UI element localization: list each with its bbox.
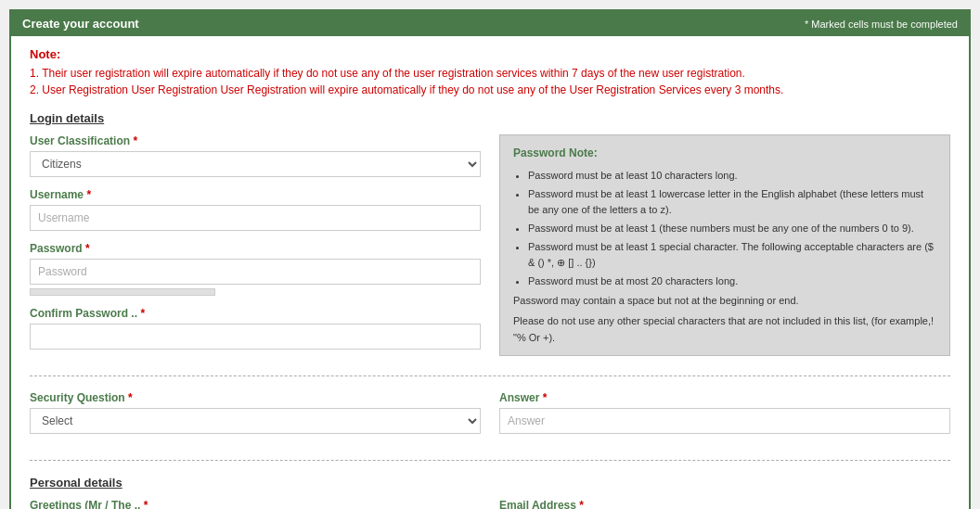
username-label: Username * [30, 188, 481, 201]
password-note-box: Password Note: Password must be at least… [499, 134, 950, 356]
password-note-extra-2: Please do not use any other special char… [513, 313, 936, 346]
personal-details-left: Greetings (Mr / The .. * Select Mr Mrs M… [30, 499, 481, 509]
security-row: Security Question * Select What is your … [30, 391, 950, 445]
user-classification-select[interactable]: Citizens Business Government [30, 151, 481, 177]
personal-details-title: Personal details [30, 476, 950, 490]
user-classification-label: User Classification * [30, 134, 481, 147]
security-question-select[interactable]: Select What is your mother's maiden name… [30, 408, 481, 434]
required-note: * Marked cells must be completed [805, 19, 958, 30]
note-line-1: 1. Their user registration will expire a… [30, 65, 950, 82]
login-details-row: User Classification * Citizens Business … [30, 134, 950, 361]
confirm-password-input[interactable] [30, 324, 481, 350]
email-group: Email Address * [499, 499, 950, 509]
login-details-left: User Classification * Citizens Business … [30, 134, 481, 361]
divider-1 [30, 375, 950, 376]
greetings-label: Greetings (Mr / The .. * [30, 499, 481, 509]
username-group: Username * [30, 188, 481, 231]
confirm-password-label: Confirm Password .. * [30, 307, 481, 320]
divider-2 [30, 460, 950, 461]
note-line-2: 2. User Registration User Registration U… [30, 82, 950, 98]
login-details-right: Password Note: Password must be at least… [499, 134, 950, 361]
user-classification-group: User Classification * Citizens Business … [30, 134, 481, 177]
password-label: Password * [30, 242, 481, 255]
security-left: Security Question * Select What is your … [30, 391, 481, 445]
username-input[interactable] [30, 205, 481, 231]
page-title: Create your account [22, 17, 139, 31]
password-note-item-5: Password must be at most 20 characters l… [528, 274, 936, 290]
personal-details-right: Email Address * [499, 499, 950, 509]
greetings-group: Greetings (Mr / The .. * Select Mr Mrs M… [30, 499, 481, 509]
password-note-item-1: Password must be at least 10 characters … [528, 168, 936, 185]
security-question-group: Security Question * Select What is your … [30, 391, 481, 434]
security-question-label: Security Question * [30, 391, 481, 404]
personal-details-row: Greetings (Mr / The .. * Select Mr Mrs M… [30, 499, 950, 509]
password-note-item-3: Password must be at least 1 (these numbe… [528, 221, 936, 237]
form-body: Note: 1. Their user registration will ex… [11, 36, 969, 509]
password-note-item-4: Password must be at least 1 special char… [528, 239, 936, 272]
note-title: Note: [30, 47, 950, 61]
page-header: Create your account * Marked cells must … [11, 11, 969, 36]
password-input[interactable] [30, 259, 481, 285]
email-label: Email Address * [499, 499, 950, 509]
confirm-password-group: Confirm Password .. * [30, 307, 481, 350]
main-container: Create your account * Marked cells must … [9, 9, 971, 509]
password-group: Password * [30, 242, 481, 296]
answer-input[interactable] [499, 408, 950, 434]
password-note-list: Password must be at least 10 characters … [513, 168, 936, 289]
note-section: Note: 1. Their user registration will ex… [30, 47, 950, 98]
answer-label: Answer * [499, 391, 950, 404]
password-note-item-2: Password must be at least 1 lowercase le… [528, 186, 936, 219]
password-note-extra-1: Password may contain a space but not at … [513, 293, 936, 310]
password-note-title: Password Note: [513, 145, 936, 162]
answer-group: Answer * [499, 391, 950, 434]
security-right: Answer * [499, 391, 950, 445]
password-strength-bar [30, 288, 215, 296]
login-details-title: Login details [30, 111, 950, 125]
